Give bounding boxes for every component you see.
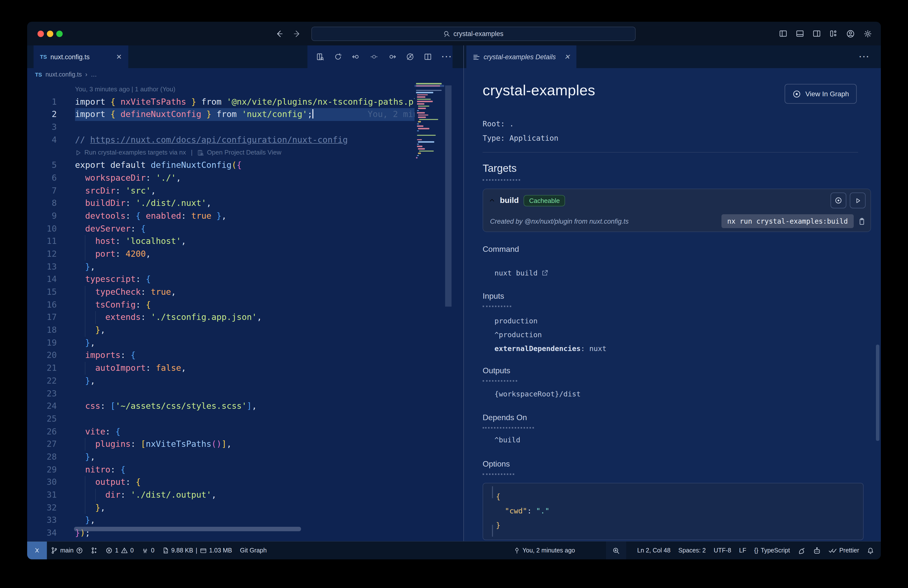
- notifications-status[interactable]: [863, 541, 881, 559]
- code-line[interactable]: 14 typescript: {: [27, 273, 415, 286]
- command-item[interactable]: nuxt build: [494, 269, 549, 277]
- git-graph-status[interactable]: Git Graph: [236, 541, 270, 559]
- code-line[interactable]: 31 dir: './dist/.output',: [27, 489, 415, 501]
- view-target-in-graph-button[interactable]: [831, 193, 846, 208]
- code-line[interactable]: 1import { nxViteTsPaths } from '@nx/vite…: [27, 95, 415, 108]
- previous-change-icon[interactable]: [352, 53, 360, 61]
- editor-vertical-scrollbar[interactable]: [445, 85, 452, 306]
- refresh-icon[interactable]: [334, 53, 342, 61]
- code-line[interactable]: 20 imports: {: [27, 349, 415, 362]
- copy-icon[interactable]: [858, 217, 866, 225]
- code-line[interactable]: 25: [27, 413, 415, 425]
- code-line[interactable]: 16 tsConfig: {: [27, 298, 415, 311]
- gear-icon[interactable]: [864, 29, 872, 38]
- view-in-graph-button[interactable]: View In Graph: [785, 84, 857, 104]
- line-number: 20: [27, 349, 57, 362]
- toggle-secondary-sidebar-icon[interactable]: [813, 30, 821, 37]
- cursor-position-status[interactable]: Ln 2, Col 48: [633, 541, 675, 559]
- build-target-header[interactable]: build Cacheable: [483, 189, 871, 212]
- command-center-search[interactable]: crystal-examples: [311, 26, 636, 41]
- breadcrumb-symbol[interactable]: …: [91, 71, 97, 78]
- indentation-status[interactable]: Spaces: 2: [675, 541, 710, 559]
- compare-changes-status[interactable]: [87, 541, 101, 559]
- code-line[interactable]: 32 },: [27, 501, 415, 514]
- code-line[interactable]: 2import { defineNuxtConfig } from 'nuxt/…: [27, 108, 415, 121]
- forward-arrow-icon[interactable]: [293, 29, 301, 38]
- close-tab-icon[interactable]: ✕: [116, 53, 122, 61]
- account-icon[interactable]: [846, 29, 855, 38]
- code-line[interactable]: 22 },: [27, 375, 415, 387]
- chevron-up-icon[interactable]: [489, 198, 495, 203]
- squirrel-status[interactable]: [794, 541, 809, 559]
- code-line[interactable]: 5export default defineNuxtConfig({: [27, 159, 415, 172]
- code-line[interactable]: 7 srcDir: 'src',: [27, 184, 415, 197]
- panel-more-actions-icon[interactable]: ···: [859, 52, 870, 61]
- code-line[interactable]: 17 extends: './tsconfig.app.json',: [27, 311, 415, 324]
- options-code-block[interactable]: { "cwd": "."}: [483, 483, 864, 540]
- copilot-status[interactable]: [809, 541, 824, 559]
- breadcrumb[interactable]: TS nuxt.config.ts › …: [27, 68, 464, 81]
- code-line[interactable]: 6 workspaceDir: './',: [27, 172, 415, 184]
- editor-horizontal-scrollbar[interactable]: [74, 527, 301, 531]
- code-line[interactable]: 33 },: [27, 514, 415, 527]
- code-line[interactable]: 11 host: 'localhost',: [27, 235, 415, 248]
- file-size-status[interactable]: 9.88 KB | 1.03 MB: [158, 541, 236, 559]
- code-line[interactable]: 10 devServer: {: [27, 222, 415, 235]
- code-line[interactable]: 23: [27, 387, 415, 400]
- blame-status[interactable]: You, 2 minutes ago: [510, 541, 579, 559]
- code-line[interactable]: 30 output: {: [27, 476, 415, 489]
- back-arrow-icon[interactable]: [275, 29, 283, 38]
- next-change-icon[interactable]: [388, 53, 396, 61]
- breadcrumb-file[interactable]: nuxt.config.ts: [45, 71, 82, 78]
- graph-target-icon: [834, 197, 842, 205]
- eol-status[interactable]: LF: [735, 541, 750, 559]
- language-status[interactable]: {}TypeScript: [750, 541, 794, 559]
- git-branch-status[interactable]: main: [47, 541, 87, 559]
- code-line[interactable]: 27 plugins: [nxViteTsPaths()],: [27, 438, 415, 451]
- code-line[interactable]: 19 },: [27, 337, 415, 349]
- toggle-panel-icon[interactable]: [796, 30, 804, 37]
- nx-run-command-chip[interactable]: nx run crystal-examples:build: [721, 214, 854, 228]
- timeline-icon[interactable]: [406, 53, 414, 61]
- code-line[interactable]: 28 },: [27, 451, 415, 463]
- panel-scrollbar[interactable]: [876, 345, 879, 441]
- more-actions-icon[interactable]: ···: [442, 52, 452, 61]
- code-editor[interactable]: You, 3 minutes ago | 1 author (You)1impo…: [27, 81, 464, 541]
- code-line[interactable]: 4// https://nuxt.com/docs/api/configurat…: [27, 134, 415, 147]
- build-target-meta: Created by @nx/nuxt/plugin from nuxt.con…: [483, 212, 871, 230]
- code-line[interactable]: 3: [27, 121, 415, 134]
- tab-project-details[interactable]: crystal-examples Details ✕: [466, 45, 576, 68]
- toggle-primary-sidebar-icon[interactable]: [779, 30, 787, 37]
- remote-indicator[interactable]: [27, 541, 47, 559]
- close-window-button[interactable]: [37, 31, 44, 37]
- run-target-button[interactable]: [850, 193, 866, 208]
- external-link-icon[interactable]: [542, 269, 549, 277]
- encoding-status[interactable]: UTF-8: [710, 541, 735, 559]
- code-line[interactable]: 21 autoImport: false,: [27, 362, 415, 374]
- zoom-window-button[interactable]: [56, 31, 63, 37]
- code-line[interactable]: 29 nitro: {: [27, 463, 415, 476]
- prettier-status[interactable]: Prettier: [824, 541, 863, 559]
- close-tab-icon[interactable]: ✕: [564, 53, 570, 61]
- customize-layout-icon[interactable]: [829, 30, 837, 37]
- code-line[interactable]: 24 css: ['~/assets/css/styles.scss'],: [27, 400, 415, 412]
- problems-status[interactable]: 1 0: [101, 541, 138, 559]
- line-number: 21: [27, 362, 57, 374]
- depends-item[interactable]: ^build: [494, 436, 520, 444]
- zoom-status[interactable]: [606, 541, 626, 559]
- code-lines[interactable]: You, 3 minutes ago | 1 author (You)1impo…: [27, 83, 415, 540]
- tab-nuxt-config[interactable]: TS nuxt.config.ts ✕: [34, 45, 128, 68]
- minimize-window-button[interactable]: [47, 31, 53, 37]
- code-line[interactable]: 12 port: 4200,: [27, 248, 415, 261]
- open-preview-icon[interactable]: [316, 53, 324, 61]
- minimap[interactable]: [415, 81, 444, 541]
- split-editor-icon[interactable]: [424, 53, 432, 61]
- code-line[interactable]: 13 },: [27, 261, 415, 273]
- code-line[interactable]: 26 vite: {: [27, 425, 415, 438]
- code-line[interactable]: 18 },: [27, 324, 415, 337]
- code-line[interactable]: 15 typeCheck: true,: [27, 286, 415, 298]
- nx-codelens[interactable]: Run crystal-examples targets via nx|Open…: [27, 147, 415, 159]
- ports-status[interactable]: 0: [138, 541, 158, 559]
- code-line[interactable]: 8 buildDir: './dist/.nuxt',: [27, 197, 415, 209]
- code-line[interactable]: 9 devtools: { enabled: true },: [27, 210, 415, 222]
